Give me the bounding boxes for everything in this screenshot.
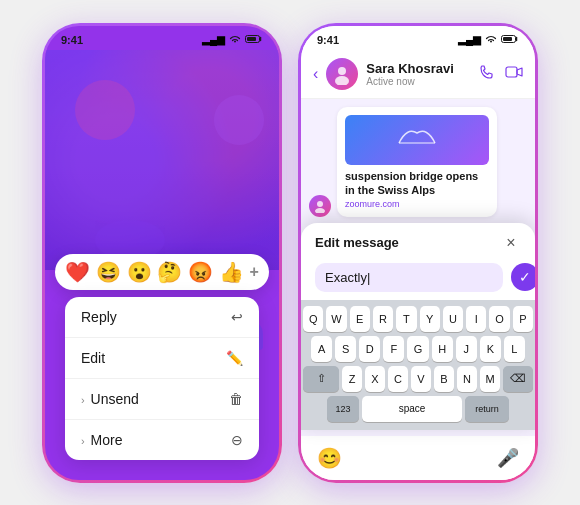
svg-point-3 [214, 95, 264, 145]
key-h[interactable]: H [432, 336, 453, 362]
decorative-shape2 [209, 90, 269, 150]
edit-input-row: ✓ [301, 259, 535, 300]
context-menu-reply[interactable]: Reply ↩ [65, 297, 259, 338]
bottom-bar: 😊 🎤 [301, 436, 535, 480]
key-z[interactable]: Z [342, 366, 362, 392]
key-e[interactable]: E [350, 306, 370, 332]
battery-icon [245, 34, 263, 46]
video-call-button[interactable] [505, 65, 523, 82]
key-k[interactable]: K [480, 336, 501, 362]
decorative-shape [65, 70, 145, 150]
emoji-reaction-bar[interactable]: ❤️ 😆 😮 🤔 😡 👍 + [55, 254, 269, 290]
space-key[interactable]: space [362, 396, 462, 422]
reply-label: Reply [81, 309, 231, 325]
emoji-thumbs[interactable]: 👍 [219, 260, 244, 284]
emoji-more-button[interactable]: + [250, 263, 259, 281]
key-o[interactable]: O [489, 306, 509, 332]
keyboard-row-1: Q W E R T Y U I O P [303, 306, 533, 332]
numbers-key[interactable]: 123 [327, 396, 359, 422]
key-l[interactable]: L [504, 336, 525, 362]
emoji-angry[interactable]: 😡 [188, 260, 213, 284]
link-preview-image [345, 115, 489, 165]
keyboard: Q W E R T Y U I O P A S [301, 300, 535, 430]
key-t[interactable]: T [396, 306, 416, 332]
key-w[interactable]: W [326, 306, 346, 332]
edit-close-button[interactable]: × [501, 233, 521, 253]
check-icon: ✓ [519, 269, 531, 285]
edit-message-title: Edit message [315, 235, 399, 250]
svg-rect-9 [506, 67, 517, 77]
emoji-button[interactable]: 😊 [317, 446, 342, 470]
edit-send-button[interactable]: ✓ [511, 263, 535, 291]
right-time: 9:41 [317, 34, 339, 46]
context-menu-edit[interactable]: Edit ✏️ [65, 338, 259, 379]
context-menu-more[interactable]: › More ⊖ [65, 420, 259, 460]
edit-message-header: Edit message × [301, 223, 535, 259]
edit-text-input[interactable] [315, 263, 503, 292]
shift-key[interactable]: ⇧ [303, 366, 339, 392]
context-menu-unsend[interactable]: › Unsend 🗑 [65, 379, 259, 420]
header-actions [479, 64, 523, 83]
key-r[interactable]: R [373, 306, 393, 332]
blurred-bg-area [45, 50, 279, 270]
mic-button[interactable]: 🎤 [497, 447, 519, 469]
left-status-bar: 9:41 ▂▄▆ [45, 26, 279, 50]
contact-avatar [326, 58, 358, 90]
svg-point-11 [315, 208, 325, 213]
svg-point-7 [338, 67, 346, 75]
key-v[interactable]: V [411, 366, 431, 392]
key-n[interactable]: N [457, 366, 477, 392]
unsend-label: › Unsend [81, 391, 229, 407]
return-key[interactable]: return [465, 396, 509, 422]
phone-call-button[interactable] [479, 64, 495, 83]
link-preview-row: suspension bridge opens in the Swiss Alp… [309, 107, 527, 218]
key-i[interactable]: I [466, 306, 486, 332]
unsend-icon: 🗑 [229, 391, 243, 407]
link-url: zoomure.com [345, 199, 489, 209]
reply-icon: ↩ [231, 309, 243, 325]
key-p[interactable]: P [513, 306, 533, 332]
key-f[interactable]: F [383, 336, 404, 362]
keyboard-row-3: ⇧ Z X C V B N M ⌫ [303, 366, 533, 392]
right-status-bar: 9:41 ▂▄▆ [301, 26, 535, 50]
key-y[interactable]: Y [420, 306, 440, 332]
key-x[interactable]: X [365, 366, 385, 392]
left-time: 9:41 [61, 34, 83, 46]
svg-point-2 [75, 80, 135, 140]
key-j[interactable]: J [456, 336, 477, 362]
emoji-wow[interactable]: 😮 [127, 260, 152, 284]
key-u[interactable]: U [443, 306, 463, 332]
contact-name: Sara Khosravi [366, 61, 471, 76]
key-c[interactable]: C [388, 366, 408, 392]
svg-point-8 [335, 76, 349, 85]
edit-label: Edit [81, 350, 226, 366]
back-button[interactable]: ‹ [313, 65, 318, 83]
emoji-think[interactable]: 🤔 [157, 260, 182, 284]
delete-key[interactable]: ⌫ [503, 366, 533, 392]
key-m[interactable]: M [480, 366, 500, 392]
key-b[interactable]: B [434, 366, 454, 392]
right-status-icons: ▂▄▆ [458, 34, 519, 46]
contact-status: Active now [366, 76, 471, 87]
right-phone-border: 9:41 ▂▄▆ ‹ Sara Khosravi [298, 23, 538, 483]
contact-info: Sara Khosravi Active now [366, 61, 471, 87]
key-a[interactable]: A [311, 336, 332, 362]
left-status-icons: ▂▄▆ [202, 34, 263, 46]
key-g[interactable]: G [407, 336, 428, 362]
edit-icon: ✏️ [226, 350, 243, 366]
svg-rect-1 [247, 37, 256, 41]
keyboard-row-2: A S D F G H J K L [303, 336, 533, 362]
link-title: suspension bridge opens in the Swiss Alp… [345, 169, 489, 198]
left-phone-border: 9:41 ▂▄▆ [42, 23, 282, 483]
key-d[interactable]: D [359, 336, 380, 362]
more-label: › More [81, 432, 231, 448]
edit-message-panel: Edit message × ✓ Q W E R [301, 223, 535, 430]
chat-header: ‹ Sara Khosravi Active now [301, 50, 535, 99]
emoji-heart[interactable]: ❤️ [65, 260, 90, 284]
svg-rect-6 [503, 37, 512, 41]
link-preview-card: suspension bridge opens in the Swiss Alp… [337, 107, 497, 218]
emoji-laugh[interactable]: 😆 [96, 260, 121, 284]
key-q[interactable]: Q [303, 306, 323, 332]
right-signal-icon: ▂▄▆ [458, 34, 481, 45]
key-s[interactable]: S [335, 336, 356, 362]
